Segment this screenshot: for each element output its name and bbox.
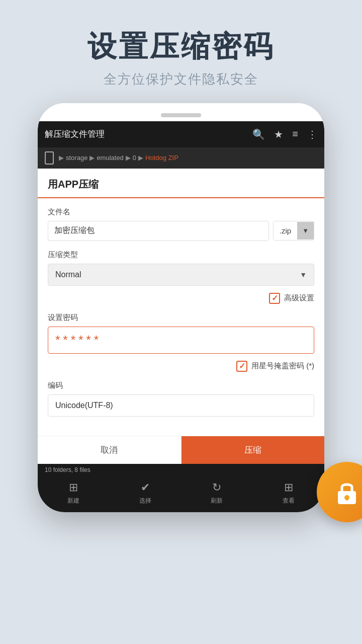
star-mask-label: 用星号掩盖密码 (*) bbox=[251, 361, 314, 371]
checkmark-icon: ✓ bbox=[272, 293, 278, 303]
star-checkmark-icon: ✓ bbox=[239, 361, 245, 371]
phone-speaker-area bbox=[38, 103, 324, 121]
compress-type-dropdown[interactable]: Normal ▼ bbox=[48, 264, 314, 286]
more-icon[interactable]: ⋮ bbox=[307, 128, 317, 140]
folder-count: 10 folders, 8 files bbox=[45, 466, 90, 473]
encoding-value: Unicode(UTF-8) bbox=[48, 394, 314, 417]
app-bar-icons: 🔍 ★ ≡ ⋮ bbox=[252, 128, 317, 140]
compress-type-arrow-icon: ▼ bbox=[293, 265, 314, 285]
dialog-body: 文件名 .zip ▼ 压缩类型 Normal ▼ bbox=[38, 198, 324, 436]
star-mask-checkbox[interactable]: ✓ bbox=[236, 361, 247, 372]
breadcrumb: ▶ storage ▶ emulated ▶ 0 ▶ Hotdog ZIP bbox=[38, 147, 324, 169]
nav-item-new[interactable]: ⊞ 新建 bbox=[38, 481, 110, 505]
new-icon: ⊞ bbox=[69, 481, 78, 494]
compress-type-label: 压缩类型 bbox=[48, 250, 314, 260]
lock-icon bbox=[332, 477, 362, 507]
star-icon[interactable]: ★ bbox=[274, 128, 283, 140]
advanced-label: 高级设置 bbox=[284, 293, 314, 303]
nav-item-select[interactable]: ✔ 选择 bbox=[110, 481, 182, 505]
nav-label-select: 选择 bbox=[139, 497, 151, 505]
nav-label-new: 新建 bbox=[67, 497, 79, 505]
dialog-header: 用APP压缩 bbox=[38, 169, 324, 198]
device-icon bbox=[45, 151, 54, 165]
view-icon: ⊞ bbox=[284, 481, 293, 494]
compress-button[interactable]: 压缩 bbox=[182, 436, 325, 464]
filename-label: 文件名 bbox=[48, 207, 314, 217]
phone-wrapper: 解压缩文件管理 🔍 ★ ≡ ⋮ ▶ storage ▶ emulated ▶ 0… bbox=[0, 103, 362, 512]
breadcrumb-highlight: Hotdog ZIP bbox=[145, 154, 178, 162]
app-bar: 解压缩文件管理 🔍 ★ ≡ ⋮ bbox=[38, 121, 324, 147]
nav-item-refresh[interactable]: ↻ 刷新 bbox=[181, 481, 253, 505]
star-mask-row: ✓ 用星号掩盖密码 (*) bbox=[48, 361, 314, 372]
cancel-button[interactable]: 取消 bbox=[38, 436, 182, 464]
ext-group: .zip ▼ bbox=[273, 221, 314, 240]
advanced-settings-row: ✓ 高级设置 bbox=[48, 293, 314, 304]
hero-section: 设置压缩密码 全方位保护文件隐私安全 bbox=[0, 0, 362, 103]
ext-dropdown-button[interactable]: ▼ bbox=[297, 222, 314, 239]
password-label: 设置密码 bbox=[48, 313, 314, 323]
hero-subtitle: 全方位保护文件隐私安全 bbox=[0, 70, 362, 88]
select-icon: ✔ bbox=[141, 481, 150, 494]
svg-rect-2 bbox=[346, 498, 348, 501]
app-bar-title: 解压缩文件管理 bbox=[45, 128, 252, 140]
speaker-bar bbox=[161, 113, 201, 117]
search-icon[interactable]: 🔍 bbox=[252, 128, 265, 140]
hero-title: 设置压缩密码 bbox=[0, 30, 362, 62]
ext-label: .zip bbox=[274, 221, 297, 240]
nav-label-refresh: 刷新 bbox=[211, 497, 223, 505]
compress-dialog: 用APP压缩 文件名 .zip ▼ 压缩类型 Normal bbox=[38, 169, 324, 464]
refresh-icon: ↻ bbox=[212, 481, 221, 494]
dialog-buttons: 取消 压缩 bbox=[38, 436, 324, 464]
phone-mockup: 解压缩文件管理 🔍 ★ ≡ ⋮ ▶ storage ▶ emulated ▶ 0… bbox=[38, 103, 324, 512]
dialog-title: 用APP压缩 bbox=[48, 178, 314, 191]
advanced-settings-checkbox[interactable]: ✓ bbox=[269, 293, 280, 304]
nav-label-view: 查看 bbox=[283, 497, 295, 505]
status-bar: 10 folders, 8 files bbox=[38, 464, 324, 476]
encoding-section: 编码 Unicode(UTF-8) bbox=[48, 381, 314, 417]
encoding-label: 编码 bbox=[48, 381, 314, 390]
password-input[interactable] bbox=[48, 327, 314, 354]
compress-type-value: Normal bbox=[48, 264, 293, 285]
password-section: 设置密码 bbox=[48, 313, 314, 354]
bottom-nav: ⊞ 新建 ✔ 选择 ↻ 刷新 ⊞ 查看 bbox=[38, 476, 324, 512]
filename-row: .zip ▼ bbox=[48, 221, 314, 241]
filename-input[interactable] bbox=[48, 221, 269, 241]
menu-icon[interactable]: ≡ bbox=[292, 128, 298, 140]
compress-type-section: 压缩类型 Normal ▼ bbox=[48, 250, 314, 286]
nav-item-view[interactable]: ⊞ 查看 bbox=[253, 481, 325, 505]
